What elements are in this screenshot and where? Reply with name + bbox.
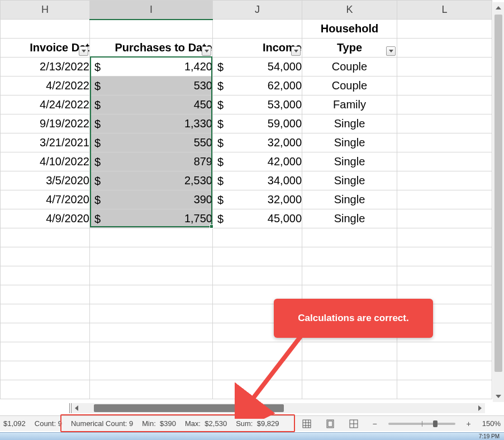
cell-household[interactable]: Single xyxy=(302,152,397,171)
col-header-H[interactable]: H xyxy=(1,1,90,20)
cell[interactable] xyxy=(397,171,492,190)
cell-income[interactable]: $42,000 xyxy=(213,152,302,171)
cell-date[interactable]: 3/21/2021 xyxy=(1,133,90,152)
cell[interactable] xyxy=(397,228,492,247)
cell-purchase[interactable]: $879 xyxy=(90,152,213,171)
cell[interactable] xyxy=(397,114,492,133)
scroll-right-icon[interactable] xyxy=(475,403,485,413)
cell[interactable] xyxy=(302,342,397,361)
cell[interactable] xyxy=(1,380,90,399)
cell[interactable] xyxy=(1,323,90,342)
cell[interactable] xyxy=(1,304,90,323)
cell[interactable] xyxy=(90,304,213,323)
cell-purchase[interactable]: $530 xyxy=(90,76,213,95)
scroll-up-icon[interactable] xyxy=(493,2,504,13)
header-household-2[interactable]: Type xyxy=(302,39,397,58)
horizontal-scrollbar[interactable] xyxy=(72,403,485,413)
scroll-left-icon[interactable] xyxy=(72,403,82,413)
cell-purchase[interactable]: $1,330 xyxy=(90,114,213,133)
cell[interactable] xyxy=(302,266,397,285)
spreadsheet-grid[interactable]: H I J K L Household Invoice Dat Purchase… xyxy=(0,0,491,402)
cell-purchase[interactable]: $1,750 xyxy=(90,209,213,228)
cell-household[interactable]: Single xyxy=(302,190,397,209)
cell[interactable] xyxy=(213,361,302,380)
cell-date[interactable]: 4/9/2020 xyxy=(1,209,90,228)
cell[interactable] xyxy=(397,133,492,152)
cell[interactable] xyxy=(90,323,213,342)
filter-dropdown-icon[interactable] xyxy=(202,46,211,56)
cell-income[interactable]: $34,000 xyxy=(213,171,302,190)
cell[interactable] xyxy=(397,58,492,76)
cell-income[interactable]: $32,000 xyxy=(213,133,302,152)
cell[interactable] xyxy=(302,228,397,247)
cell-income[interactable]: $45,000 xyxy=(213,209,302,228)
cell-household[interactable]: Single xyxy=(302,171,397,190)
col-header-K[interactable]: K xyxy=(302,1,397,20)
cell-date[interactable]: 4/10/2022 xyxy=(1,152,90,171)
cell-date[interactable]: 4/2/2022 xyxy=(1,76,90,95)
cell-date[interactable]: 9/19/2022 xyxy=(1,114,90,133)
cell[interactable] xyxy=(397,342,492,361)
cell[interactable] xyxy=(90,342,213,361)
page-break-view-icon[interactable] xyxy=(346,418,361,429)
cell[interactable] xyxy=(1,20,90,39)
cell[interactable] xyxy=(213,228,302,247)
cell[interactable] xyxy=(213,247,302,266)
header-income[interactable]: Income xyxy=(213,39,302,58)
cell-purchase[interactable]: $390 xyxy=(90,190,213,209)
cell[interactable] xyxy=(397,190,492,209)
col-header-L[interactable]: L xyxy=(397,1,492,20)
cell[interactable] xyxy=(1,342,90,361)
cell[interactable] xyxy=(1,266,90,285)
cell-purchase[interactable]: $450 xyxy=(90,95,213,114)
cell[interactable] xyxy=(213,342,302,361)
cell[interactable] xyxy=(1,247,90,266)
zoom-slider[interactable] xyxy=(388,423,455,425)
cell[interactable] xyxy=(90,361,213,380)
cell-household[interactable]: Single xyxy=(302,209,397,228)
cell-household[interactable]: Single xyxy=(302,114,397,133)
filter-dropdown-icon[interactable] xyxy=(291,46,301,56)
zoom-in-button[interactable]: + xyxy=(464,419,473,428)
cell[interactable] xyxy=(397,20,492,39)
cell[interactable] xyxy=(397,76,492,95)
cell-income[interactable]: $32,000 xyxy=(213,190,302,209)
cell[interactable] xyxy=(397,209,492,228)
filter-dropdown-icon[interactable] xyxy=(386,46,396,56)
scroll-down-icon[interactable] xyxy=(493,391,504,402)
cell[interactable] xyxy=(397,380,492,399)
cell[interactable] xyxy=(302,247,397,266)
cell-date[interactable]: 3/5/2020 xyxy=(1,171,90,190)
zoom-level[interactable]: 150% xyxy=(482,419,501,428)
cell[interactable] xyxy=(397,39,492,58)
cell-household[interactable]: Single xyxy=(302,133,397,152)
cell[interactable] xyxy=(397,95,492,114)
zoom-out-button[interactable]: − xyxy=(370,419,379,428)
cell[interactable] xyxy=(397,152,492,171)
cell-income[interactable]: $62,000 xyxy=(213,76,302,95)
page-layout-view-icon[interactable] xyxy=(323,418,337,429)
header-invoice-date[interactable]: Invoice Dat xyxy=(1,39,90,58)
scroll-thumb[interactable] xyxy=(495,15,502,372)
header-purchases[interactable]: Purchases to Date xyxy=(90,39,213,58)
cell-income[interactable]: $53,000 xyxy=(213,95,302,114)
cell[interactable] xyxy=(90,285,213,304)
cell[interactable] xyxy=(90,20,213,39)
cell-purchase[interactable]: $2,530 xyxy=(90,171,213,190)
cell[interactable] xyxy=(397,361,492,380)
cell[interactable] xyxy=(302,361,397,380)
cell[interactable] xyxy=(397,247,492,266)
normal-view-icon[interactable] xyxy=(299,418,314,429)
cell[interactable] xyxy=(90,228,213,247)
cell[interactable] xyxy=(213,266,302,285)
cell[interactable] xyxy=(90,247,213,266)
cell[interactable] xyxy=(302,380,397,399)
cell-date[interactable]: 4/24/2022 xyxy=(1,95,90,114)
zoom-knob[interactable] xyxy=(433,420,438,427)
cell-purchase[interactable]: $550 xyxy=(90,133,213,152)
scroll-thumb[interactable] xyxy=(94,404,284,412)
cell[interactable] xyxy=(90,380,213,399)
cell-income[interactable]: $54,000 xyxy=(213,58,302,76)
cell-purchase[interactable]: $1,420 xyxy=(90,58,213,76)
cell-household[interactable]: Family xyxy=(302,95,397,114)
